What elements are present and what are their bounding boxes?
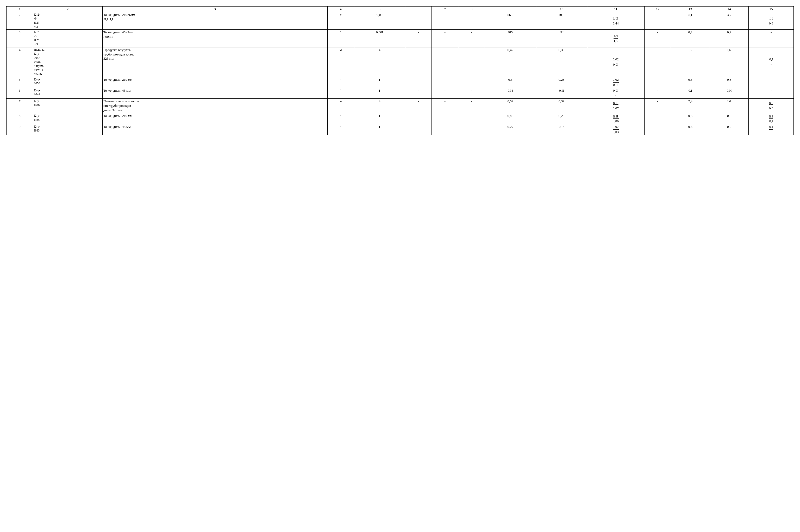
table-cell: -	[432, 113, 458, 124]
table-cell: -	[644, 99, 671, 113]
table-cell: 0,5	[671, 113, 710, 124]
table-cell: -	[405, 99, 432, 113]
table-cell: 7	[6, 99, 33, 113]
col-header-2: 2	[33, 6, 102, 12]
table-cell-frac: 0,I-	[749, 124, 794, 135]
table-row: 8I2-у-I985То же, диам. 219 мм"I---0,460,…	[6, 113, 794, 124]
table-cell: -	[458, 113, 485, 124]
table-cell: 0,2	[710, 124, 748, 135]
table-cell: -	[644, 30, 671, 47]
table-cell-frac: I,I0,6	[749, 12, 794, 30]
table-cell: 0,28	[536, 77, 587, 88]
table-cell: 0,3	[710, 77, 748, 88]
table-cell: 4	[354, 47, 405, 77]
header-row: 1 2 3 4 5 6 7 8 9 10 11 12 13 14 15	[6, 6, 794, 12]
table-cell: м	[327, 99, 354, 113]
table-cell-frac: 0,070,03	[587, 124, 644, 135]
table-cell: -	[405, 30, 432, 47]
table-cell: "	[327, 88, 354, 99]
table-cell: То же, диам. 45 мм	[102, 124, 328, 135]
col-header-13: 13	[671, 6, 710, 12]
table-cell: -	[432, 88, 458, 99]
table-cell: -	[432, 124, 458, 135]
table-cell: 4	[6, 47, 33, 77]
table-cell: -	[644, 124, 671, 135]
col-header-12: 12	[644, 6, 671, 12]
table-cell: -	[458, 99, 485, 113]
table-cell: -	[458, 77, 485, 88]
table-cell: 5,I	[671, 12, 710, 30]
col-header-5: 5	[354, 6, 405, 12]
table-cell: -	[432, 47, 458, 77]
table-cell: 0,42	[485, 47, 536, 77]
table-cell: 0,46	[485, 113, 536, 124]
table-cell: -	[458, 12, 485, 30]
table-cell: I,6	[710, 99, 748, 113]
table-cell: 6	[6, 88, 33, 99]
col-header-14: 14	[710, 6, 748, 12]
col-header-10: 10	[536, 6, 587, 12]
table-cell: I7I	[536, 30, 587, 47]
table-cell: 0,2	[710, 30, 748, 47]
table-cell: 0,29	[536, 113, 587, 124]
table-cell-frac: 5,4I,5	[587, 30, 644, 47]
table-cell: -	[405, 77, 432, 88]
table-row: 6I2-у-2047То же, диам. 45 мм"I---0,I40,I…	[6, 88, 794, 99]
table-cell: I	[354, 77, 405, 88]
col-header-15: 15	[749, 6, 794, 12]
col-header-7: 7	[432, 6, 458, 12]
table-cell: 0,39	[536, 99, 587, 113]
table-cell: "	[327, 113, 354, 124]
table-cell: -	[405, 124, 432, 135]
table-cell: -	[458, 88, 485, 99]
table-row: 3I2-2--5В.У.п.3То же, диам. 45×2ммI68xI,…	[6, 30, 794, 47]
table-cell: Продувка воздухомтрубопроводов диам.325 …	[102, 47, 328, 77]
main-table: 1 2 3 4 5 6 7 8 9 10 11 12 13 14 15 2I2-…	[6, 6, 794, 135]
col-header-8: 8	[458, 6, 485, 12]
table-cell: I2-2--5В.У.п.3	[33, 30, 102, 47]
table-cell: I2-у-I983	[33, 124, 102, 135]
table-cell: -	[644, 113, 671, 124]
table-cell: 9	[6, 124, 33, 135]
table-cell: I85	[485, 30, 536, 47]
table-cell: -	[405, 113, 432, 124]
table-cell-frac: 0,0I-	[587, 88, 644, 99]
table-cell: 0,59	[485, 99, 536, 113]
table-row: 5I2-у-2050То же, диам. 219 мм"I---0,30,2…	[6, 77, 794, 88]
table-cell: I,7	[671, 47, 710, 77]
table-cell: То же, диам. 45×2ммI68xI,I	[102, 30, 328, 47]
table-cell: -	[432, 77, 458, 88]
table-cell: -	[749, 77, 794, 88]
table-cell: 8	[6, 113, 33, 124]
table-cell: -	[749, 88, 794, 99]
table-cell: 0,I	[671, 88, 710, 99]
table-cell: 0,3	[485, 77, 536, 88]
table-cell-frac: 0,I0,I	[749, 113, 794, 124]
table-cell-frac: 0,020,0I	[587, 77, 644, 88]
table-cell: "	[327, 30, 354, 47]
table-cell: -	[644, 77, 671, 88]
table-cell: Пневматическое испыта-ние трубопроводовд…	[102, 99, 328, 113]
table-cell: 0,I7	[536, 124, 587, 135]
table-cell-frac: 0,50,3	[749, 99, 794, 113]
table-cell: I,6	[710, 47, 748, 77]
table-cell: 0,3	[671, 124, 710, 135]
table-cell: То же, диам. 45 мм	[102, 88, 328, 99]
table-cell-frac: 0,I30,07	[587, 99, 644, 113]
table-cell-frac: 0,I-	[749, 47, 794, 77]
table-cell: 0,27	[485, 124, 536, 135]
table-row: 7I2-у-I986Пневматическое испыта-ние труб…	[6, 99, 794, 113]
table-cell: -	[405, 47, 432, 77]
table-cell: 0,II	[536, 88, 587, 99]
table-cell: -	[458, 30, 485, 47]
table-cell: 2,4	[671, 99, 710, 113]
col-header-9: 9	[485, 6, 536, 12]
table-row: 2I2-2--9В.У.п.3То же, диам. 219×6мм5I,Ix…	[6, 12, 794, 30]
table-cell: ЦМО I2I2-у-2057Указ.к прим.СРМОп.5.26	[33, 47, 102, 77]
table-cell: 0,И	[710, 88, 748, 99]
table-cell: То же, диам. 219×6мм5I,IxI,I	[102, 12, 328, 30]
table-cell: I2-у-2050	[33, 77, 102, 88]
table-cell: 5	[6, 77, 33, 88]
table-cell: 40,9	[536, 12, 587, 30]
col-header-6: 6	[405, 6, 432, 12]
